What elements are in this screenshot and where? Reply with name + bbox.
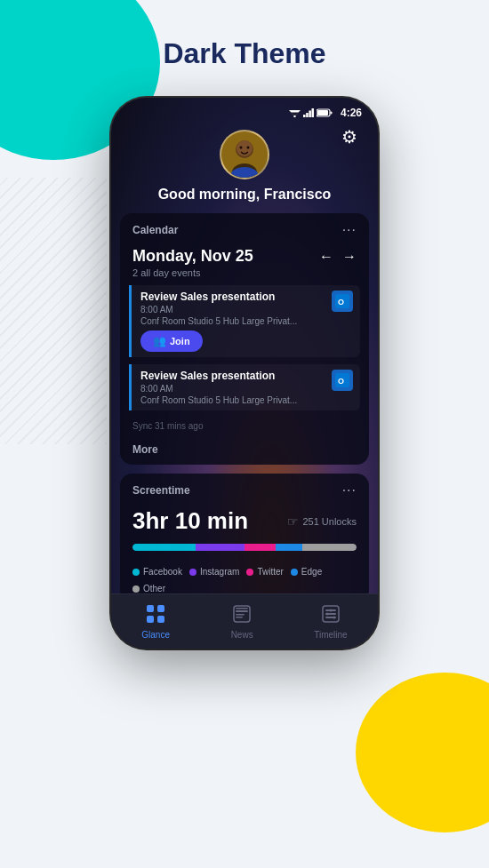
svg-point-15	[247, 147, 250, 149]
svg-rect-21	[147, 605, 154, 612]
event-1-time: 8:00 AM	[140, 305, 326, 315]
timeline-icon	[321, 604, 341, 627]
status-bar: 4:26	[111, 98, 378, 123]
phone-content[interactable]: Calendar ··· Monday, Nov 25 ← → 2 all da…	[111, 213, 378, 604]
svg-rect-4	[306, 113, 309, 117]
svg-rect-6	[311, 108, 314, 117]
join-label: Join	[170, 336, 190, 346]
news-icon	[232, 604, 252, 627]
legend-instagram: Instagram	[189, 567, 239, 577]
bar-twitter	[244, 544, 276, 551]
blob-yellow-decoration	[356, 673, 489, 832]
status-time: 4:26	[341, 107, 362, 119]
instagram-label: Instagram	[200, 567, 239, 577]
blob-lines-decoration	[0, 178, 107, 444]
svg-text:O: O	[338, 298, 344, 307]
nav-news[interactable]: News	[231, 604, 253, 640]
avatar	[220, 130, 269, 179]
calendar-nav: ← →	[319, 249, 357, 265]
bar-edge	[276, 544, 302, 551]
calendar-sub: 2 all day events	[120, 266, 369, 285]
bar-facebook	[132, 544, 196, 551]
profile-section: ⚙ Good morning, Francisco	[111, 123, 378, 213]
fingerprint-icon: ☞	[287, 514, 299, 529]
svg-point-35	[325, 612, 328, 615]
event-1-content: Review Sales presentation 8:00 AM Conf R…	[140, 291, 326, 352]
calendar-date-row: Monday, Nov 25 ← →	[120, 243, 369, 266]
bar-other	[302, 544, 356, 551]
event-2-location: Conf Room Studio 5 Hub Large Privat...	[140, 395, 326, 405]
twitter-dot	[246, 569, 253, 576]
svg-rect-29	[236, 608, 248, 609]
calendar-widget: Calendar ··· Monday, Nov 25 ← → 2 all da…	[120, 213, 369, 465]
avatar-image	[221, 131, 268, 178]
svg-rect-3	[303, 115, 306, 117]
svg-rect-24	[157, 616, 164, 623]
news-label: News	[231, 630, 253, 640]
screentime-title: Screentime	[132, 484, 190, 497]
svg-point-14	[240, 147, 243, 149]
svg-rect-28	[236, 617, 243, 618]
calendar-event-2: Review Sales presentation 8:00 AM Conf R…	[129, 364, 360, 410]
screentime-bar	[132, 544, 357, 551]
teams-icon: 👥	[153, 335, 166, 347]
svg-rect-5	[309, 111, 311, 118]
gear-icon: ⚙	[341, 126, 357, 147]
legend-edge: Edge	[291, 567, 322, 577]
calendar-header: Calendar ···	[120, 213, 369, 243]
settings-button[interactable]: ⚙	[335, 123, 364, 151]
screentime-header: Screentime ···	[120, 474, 369, 504]
svg-point-34	[329, 609, 332, 611]
facebook-dot	[132, 569, 140, 576]
edge-dot	[291, 569, 298, 576]
more-text[interactable]: More	[120, 438, 369, 465]
calendar-event-1: Review Sales presentation 8:00 AM Conf R…	[129, 285, 360, 357]
event-2-time: 8:00 AM	[140, 384, 326, 394]
event-2-content: Review Sales presentation 8:00 AM Conf R…	[140, 370, 326, 405]
join-button[interactable]: 👥 Join	[140, 330, 203, 352]
page-title: Dark Theme	[0, 37, 489, 70]
edge-label: Edge	[301, 567, 322, 577]
calendar-title: Calendar	[132, 224, 178, 236]
glance-label: Glance	[141, 630, 170, 640]
other-dot	[132, 585, 140, 593]
calendar-more-button[interactable]: ···	[342, 222, 357, 238]
nav-glance[interactable]: Glance	[141, 604, 170, 640]
event-2-title: Review Sales presentation	[140, 370, 326, 382]
screentime-unlocks: ☞ 251 Unlocks	[287, 514, 357, 529]
screentime-bar-container	[120, 540, 369, 567]
outlook-icon: O	[335, 294, 349, 308]
timeline-label: Timeline	[314, 630, 347, 640]
nav-timeline[interactable]: Timeline	[314, 604, 347, 640]
svg-rect-22	[157, 605, 164, 612]
calendar-next-button[interactable]: →	[342, 249, 357, 265]
phone-mockup: 4:26 ⚙ Good m	[111, 98, 378, 649]
glance-icon	[146, 604, 165, 627]
svg-rect-27	[236, 614, 244, 616]
facebook-label: Facebook	[143, 567, 182, 577]
screentime-main: 3hr 10 min ☞ 251 Unlocks	[120, 504, 369, 540]
calendar-prev-button[interactable]: ←	[319, 249, 333, 265]
legend-twitter: Twitter	[246, 567, 283, 577]
screentime-duration: 3hr 10 min	[132, 507, 248, 535]
svg-rect-9	[330, 112, 332, 115]
svg-rect-26	[236, 610, 248, 612]
signal-icon	[303, 108, 314, 117]
event-1-title: Review Sales presentation	[140, 291, 326, 303]
other-label: Other	[143, 584, 165, 593]
screentime-more-button[interactable]: ···	[342, 482, 357, 498]
unlocks-count: 251 Unlocks	[302, 516, 357, 527]
instagram-dot	[189, 569, 196, 576]
outlook-icon-2: O	[335, 373, 349, 387]
bar-instagram	[196, 544, 244, 551]
wifi-icon	[289, 108, 301, 117]
bottom-nav: Glance News	[111, 593, 378, 649]
legend-other: Other	[132, 584, 165, 593]
battery-icon	[317, 108, 333, 117]
status-icons	[289, 108, 333, 117]
event-1-location: Conf Room Studio 5 Hub Large Privat...	[140, 316, 326, 326]
twitter-label: Twitter	[257, 567, 283, 577]
svg-rect-8	[317, 110, 328, 115]
screentime-widget: Screentime ··· 3hr 10 min ☞ 251 Unlocks	[120, 474, 369, 602]
event-1-app-icon: O	[332, 291, 353, 312]
